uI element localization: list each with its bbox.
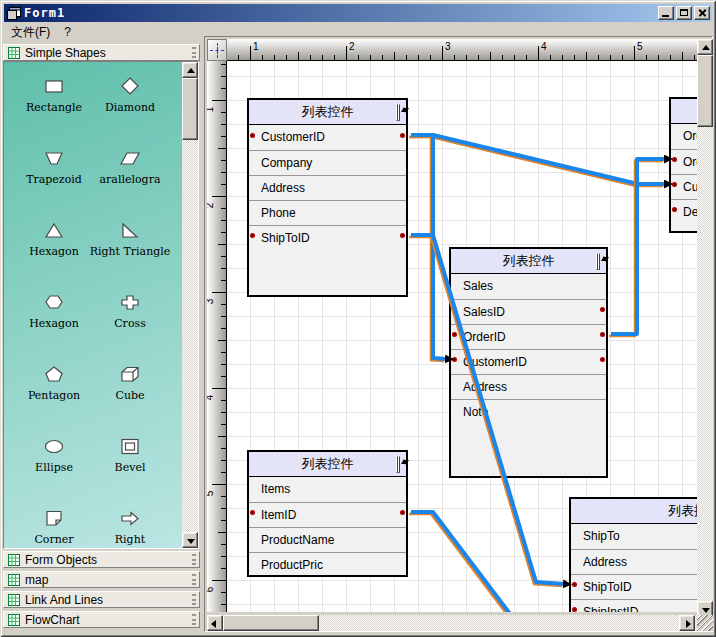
entity-field-row[interactable]: ProductPric [249, 552, 406, 577]
entity-title: 列表控件 [668, 503, 697, 518]
palette-shape-hexagon[interactable]: Hexagon [12, 292, 96, 330]
diagram-canvas[interactable]: 列表控件CustomerIDCompanyAddressPhoneShipToI… [227, 61, 697, 612]
sidebar-tab-flowchart[interactable]: FlowChart [3, 611, 200, 628]
connection-customerid-to-orders[interactable] [411, 135, 665, 184]
entity-field-row[interactable]: Det [671, 199, 697, 224]
entity-field-row[interactable]: Ord [671, 149, 697, 174]
palette-scroll-up-button[interactable] [182, 62, 198, 78]
entity-field-row[interactable]: ShipTo [571, 524, 697, 549]
entity-field-row[interactable]: Cus [671, 174, 697, 199]
palette-shape-diamond[interactable]: Diamond [88, 76, 172, 114]
canvas-vscroll-thumb[interactable] [697, 55, 713, 127]
canvas-hscroll-thumb[interactable] [223, 615, 319, 631]
canvas-scroll-right-button[interactable] [679, 615, 695, 631]
connection-orange-customerid-to-orders[interactable] [409, 137, 663, 186]
connection-orderid-to-orders[interactable] [611, 159, 665, 334]
palette-shape-rectangle[interactable]: Rectangle [12, 76, 96, 114]
connector-dot[interactable] [452, 357, 457, 362]
canvas-scroll-up-button[interactable] [697, 39, 713, 55]
entity-field-row[interactable]: Items [249, 477, 406, 502]
connector-dot[interactable] [400, 133, 405, 138]
connector-dot[interactable] [452, 332, 457, 337]
sidebar-tab-form-objects[interactable]: Form Objects [3, 551, 200, 568]
connector-dot[interactable] [672, 207, 677, 212]
connector-dot[interactable] [572, 607, 577, 612]
entity-field-row[interactable]: Ord [671, 124, 697, 149]
entity-field-row[interactable]: CustomerID [249, 125, 406, 150]
connector-dot[interactable] [250, 510, 255, 515]
scroll-down-button[interactable] [398, 456, 400, 473]
palette-shape-hexagon[interactable]: Hexagon [12, 220, 96, 258]
connector-dot[interactable] [400, 510, 405, 515]
entity-field-row[interactable]: Phone [249, 200, 406, 225]
ruler-tick [221, 316, 226, 317]
ruler-tick [538, 46, 539, 60]
entity-field-row[interactable]: Note [451, 399, 606, 424]
entity-field-row[interactable]: ShipInstID [571, 599, 697, 612]
palette-shape-corner[interactable]: Corner [12, 508, 96, 546]
palette-scroll-thumb[interactable] [182, 78, 198, 140]
entity-items[interactable]: 列表控件ItemsItemIDProductNameProductPric [247, 450, 408, 577]
connection-customerid-to-sales[interactable] [411, 135, 446, 359]
entity-sales[interactable]: 列表控件SalesSalesIDOrderIDCustomerIDAddress… [449, 247, 608, 478]
ruler-tick [682, 52, 683, 60]
entity-title-bar[interactable]: 列表控件 [249, 100, 406, 125]
palette-scroll-down-button[interactable] [182, 532, 198, 548]
palette-shape-trapezoid[interactable]: Trapezoid [12, 148, 96, 186]
entity-field-row[interactable]: ShipToID [249, 225, 406, 250]
connection-orange-itemid-offscreen[interactable] [409, 514, 515, 612]
canvas-scroll-left-button[interactable] [207, 615, 223, 631]
palette-shape-cube[interactable]: Cube [88, 364, 172, 402]
entity-customers[interactable]: 列表控件CustomerIDCompanyAddressPhoneShipToI… [247, 98, 408, 297]
entity-field-row[interactable]: ItemID [249, 502, 406, 527]
connection-orange-customerid-to-sales[interactable] [409, 137, 444, 361]
connector-dot[interactable] [400, 233, 405, 238]
palette-shape-pentagon[interactable]: Pentagon [12, 364, 96, 402]
entity-field-row[interactable]: Address [571, 549, 697, 574]
entity-orders-clipped[interactable]: 列表控件OrdOrdCusDet [669, 97, 697, 233]
maximize-button[interactable] [676, 6, 692, 20]
palette-shape-bevel[interactable]: Bevel [88, 436, 172, 474]
entity-title-bar[interactable]: 列表控件 [451, 249, 606, 274]
palette-shape-right[interactable]: Right [88, 508, 172, 546]
entity-title-bar[interactable]: 列表控件 [671, 99, 697, 124]
entity-field-row[interactable]: Company [249, 150, 406, 175]
entity-field-row[interactable]: Sales [451, 274, 606, 299]
entity-shipping-clipped[interactable]: 列表控件ShipToAddressShipToIDShipInstID [569, 497, 697, 612]
connector-dot[interactable] [672, 182, 677, 187]
entity-title-bar[interactable]: 列表控件 [249, 452, 406, 477]
entity-title-bar[interactable]: 列表控件 [571, 499, 697, 524]
sidebar-tab-link-and-lines[interactable]: Link And Lines [3, 591, 200, 608]
grid-icon [8, 594, 20, 606]
connector-dot[interactable] [572, 582, 577, 587]
palette-shape-ellipse[interactable]: Ellipse [12, 436, 96, 474]
connector-dot[interactable] [672, 157, 677, 162]
connection-itemid-offscreen[interactable] [411, 512, 517, 612]
minimize-button[interactable] [658, 6, 674, 20]
connector-dot[interactable] [250, 233, 255, 238]
entity-field-row[interactable]: Address [451, 374, 606, 399]
menu-item-help[interactable]: ? [57, 24, 78, 40]
entity-field-row[interactable]: OrderID [451, 324, 606, 349]
entity-field-row[interactable]: ShipToID [571, 574, 697, 599]
palette-shape-arallelogra[interactable]: arallelogra [88, 148, 172, 186]
menu-item-file[interactable]: 文件(F) [4, 23, 57, 42]
sidebar-tab-map[interactable]: map [3, 571, 200, 588]
palette-shape-cross[interactable]: Cross [88, 292, 172, 330]
entity-field-row[interactable]: SalesID [451, 299, 606, 324]
entity-field-row[interactable]: CustomerID [451, 349, 606, 374]
entity-field-row[interactable]: ProductName [249, 527, 406, 552]
connector-dot[interactable] [600, 332, 605, 337]
connector-dot[interactable] [250, 133, 255, 138]
palette-shape-right-triangle[interactable]: Right Triangle [88, 220, 172, 258]
close-button[interactable] [694, 6, 710, 20]
connector-dot[interactable] [600, 357, 605, 362]
entity-field-row[interactable]: Address [249, 175, 406, 200]
scroll-down-button[interactable] [598, 253, 600, 270]
connector-dot[interactable] [600, 307, 605, 312]
palette-header[interactable]: Simple Shapes [3, 44, 200, 61]
connector-dot[interactable] [452, 307, 457, 312]
scroll-down-button[interactable] [398, 104, 400, 121]
resize-grip[interactable] [697, 615, 713, 631]
connection-orange-orderid-to-orders[interactable] [609, 161, 663, 336]
